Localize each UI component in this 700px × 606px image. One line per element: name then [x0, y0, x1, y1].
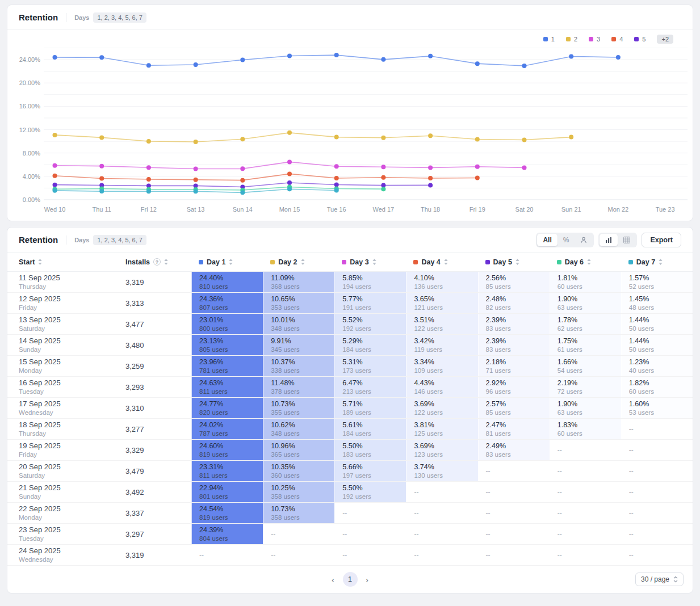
retention-users: 63 users [558, 304, 619, 312]
day-4-cell: 3.74%130 users [406, 461, 477, 481]
retention-percent: 11.09% [271, 274, 332, 283]
svg-text:Sun 21: Sun 21 [561, 206, 581, 213]
legend-more-badge[interactable]: +2 [657, 35, 673, 44]
day-5-cell-empty: -- [478, 545, 550, 565]
start-date-cell: 18 Sep 2025Thursday [7, 419, 125, 439]
retention-percent: 1.23% [629, 358, 690, 367]
filter-all-button[interactable]: All [537, 234, 557, 246]
table-row: 21 Sep 2025Sunday3,49222.94%801 users10.… [7, 482, 693, 503]
column-header-day-3[interactable]: Day 3 [334, 258, 406, 266]
sort-icon [372, 259, 376, 265]
table-row: 18 Sep 2025Thursday3,27724.02%787 users1… [7, 419, 693, 440]
column-header-installs[interactable]: Installs ? [125, 258, 191, 266]
legend-item-1[interactable]: 1 [543, 36, 555, 43]
legend-item-5[interactable]: 5 [634, 36, 645, 43]
day-2-cell-empty: -- [263, 524, 334, 544]
day-5-cell: 2.18%71 users [478, 356, 550, 376]
retention-users: 811 users [199, 472, 261, 479]
cohort-date: 20 Sep 2025 [19, 462, 125, 472]
legend-swatch [611, 37, 616, 41]
column-header-day-7[interactable]: Day 7 [621, 258, 693, 266]
retention-line-chart: 0.00%4.00%8.00%12.00%16.00%20.00%24.00%W… [7, 44, 693, 221]
retention-users: 338 users [271, 367, 332, 374]
cohort-date: 18 Sep 2025 [19, 420, 125, 430]
start-date-cell: 13 Sep 2025Saturday [7, 314, 125, 334]
day-1-cell: 22.94%801 users [191, 482, 263, 502]
day-4-cell: 3.42%119 users [406, 335, 477, 355]
chart-card-header: Retention Days 1, 2, 3, 4, 5, 6, 7 [7, 5, 693, 30]
retention-users: 348 users [271, 325, 332, 333]
retention-users: 213 users [342, 388, 404, 395]
table-header-row: Start Installs ? Day 1 Day 2 Day 3 Day 4… [7, 253, 693, 272]
column-header-start[interactable]: Start [7, 258, 125, 266]
table-row: 19 Sep 2025Friday3,32924.60%819 users10.… [7, 440, 693, 461]
retention-users: 378 users [271, 388, 332, 395]
retention-users: 345 users [271, 346, 332, 354]
filter-users-button[interactable] [575, 234, 593, 246]
svg-text:24.00%: 24.00% [19, 56, 41, 63]
column-header-day-1[interactable]: Day 1 [191, 258, 263, 266]
svg-text:Sat 20: Sat 20 [515, 206, 534, 213]
retention-percent: 2.39% [486, 316, 547, 325]
legend-item-3[interactable]: 3 [589, 36, 600, 43]
retention-percent: 1.44% [629, 316, 690, 325]
installs-cell: 3,479 [125, 461, 191, 481]
retention-percent: 2.47% [486, 421, 547, 430]
next-page-button[interactable]: › [361, 573, 374, 586]
sort-icon[interactable] [164, 259, 168, 265]
column-header-day-4[interactable]: Day 4 [406, 258, 477, 266]
legend-item-2[interactable]: 2 [566, 36, 577, 43]
retention-users: 82 users [486, 304, 547, 312]
day-6-cell-empty: -- [550, 461, 621, 481]
prev-page-button[interactable]: ‹ [327, 573, 339, 586]
legend-item-4[interactable]: 4 [611, 36, 623, 43]
sort-icon [444, 259, 448, 265]
column-header-day-5[interactable]: Day 5 [478, 258, 550, 266]
chart-view-button[interactable] [600, 234, 618, 246]
column-header-day-6[interactable]: Day 6 [550, 258, 621, 266]
legend-label: 5 [642, 36, 645, 43]
pagination: ‹ 1 › [327, 572, 374, 587]
cohort-date: 14 Sep 2025 [19, 336, 125, 346]
start-date-cell: 17 Sep 2025Wednesday [7, 398, 125, 418]
sort-icon[interactable] [38, 259, 42, 265]
retention-percent: 1.57% [629, 274, 690, 283]
cohort-date: 16 Sep 2025 [19, 378, 125, 388]
retention-users: 121 users [414, 304, 475, 312]
table-card-title: Retention [19, 235, 58, 245]
table-footer: ‹ 1 › 30 / page [7, 566, 693, 593]
info-question-icon[interactable]: ? [153, 258, 161, 266]
legend-swatch [634, 37, 639, 41]
retention-percent: 10.73% [271, 400, 332, 409]
retention-percent: 5.52% [342, 316, 404, 325]
export-button[interactable]: Export [642, 233, 681, 247]
day-7-cell-empty: -- [621, 524, 693, 544]
retention-percent: 5.66% [342, 463, 404, 472]
retention-users: 192 users [342, 493, 404, 500]
retention-users: 819 users [199, 451, 261, 458]
day-7-cell-empty: -- [621, 545, 693, 565]
retention-users: 353 users [271, 304, 332, 312]
retention-percent: 1.81% [558, 274, 619, 283]
day-color-swatch [342, 260, 346, 264]
retention-percent: 24.54% [199, 505, 261, 514]
start-date-cell: 11 Sep 2025Thursday [7, 272, 125, 292]
page-number-1[interactable]: 1 [343, 572, 358, 587]
table-body: 11 Sep 2025Thursday3,31924.40%810 users1… [7, 272, 693, 566]
retention-chart-card: Retention Days 1, 2, 3, 4, 5, 6, 7 12345… [7, 5, 693, 221]
filter-percent-button[interactable]: % [558, 234, 575, 246]
retention-users: 48 users [629, 304, 690, 312]
page-size-select[interactable]: 30 / page [635, 573, 684, 586]
day-3-cell-empty: -- [334, 524, 406, 544]
retention-users: 125 users [414, 430, 475, 437]
retention-users: 189 users [342, 409, 404, 416]
cohort-weekday: Thursday [19, 283, 125, 291]
day-6-cell: 1.90%63 users [550, 293, 621, 313]
cohort-date: 11 Sep 2025 [19, 273, 125, 283]
svg-text:Fri 19: Fri 19 [470, 206, 485, 213]
grid-view-button[interactable] [618, 234, 636, 246]
day-4-cell-empty: -- [406, 545, 477, 565]
column-header-day-2[interactable]: Day 2 [263, 258, 334, 266]
column-label: Day 4 [421, 258, 440, 266]
day-6-cell: 1.66%54 users [550, 356, 621, 376]
